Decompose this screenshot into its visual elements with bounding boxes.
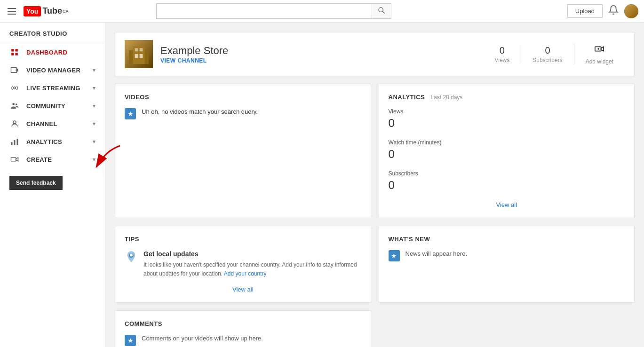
channel-stats: 0 Views 0 Subscribers <box>483 44 625 65</box>
sidebar-item-channel-label: CHANNEL <box>26 120 57 127</box>
comments-empty-message: Comments on your videos will show up her… <box>142 335 263 342</box>
svg-rect-15 <box>11 158 16 161</box>
analytics-watchtime-stat: Watch time (minutes) 0 <box>389 139 625 161</box>
analytics-subscribers-value: 0 <box>389 179 625 192</box>
views-label: Views <box>494 57 509 63</box>
news-star-icon: ★ <box>389 250 400 261</box>
view-channel-link[interactable]: VIEW CHANNEL <box>160 57 207 64</box>
analytics-view-all-link[interactable]: View all <box>389 201 625 208</box>
sidebar-item-analytics-label: ANALYTICS <box>26 138 62 145</box>
tip-title: Get local updates <box>143 250 361 258</box>
sidebar-item-video-manager[interactable]: VIDEO MANAGER ▾ <box>0 61 105 79</box>
comments-card: COMMENTS ★ Comments on your videos will … <box>115 310 371 347</box>
yt-icon: You <box>24 6 41 16</box>
search-input[interactable] <box>156 3 372 19</box>
svg-rect-4 <box>11 53 14 55</box>
sidebar-item-community-label: COMMUNITY <box>26 103 65 110</box>
sidebar-item-create-label: CREATE <box>26 156 52 163</box>
tips-header: Get local updates It looks like you have… <box>125 250 361 278</box>
sidebar-item-create[interactable]: CREATE ▾ <box>0 150 105 168</box>
channel-header: Example Store VIEW CHANNEL 0 Views 0 Sub… <box>115 32 635 76</box>
svg-marker-16 <box>16 158 18 161</box>
svg-rect-22 <box>135 48 138 52</box>
youtube-logo: You Tube CA <box>24 6 69 16</box>
add-widget-button[interactable]: Add widget <box>574 44 625 65</box>
comments-star-icon: ★ <box>125 335 136 346</box>
avatar[interactable] <box>624 4 638 18</box>
search-button[interactable] <box>372 3 391 19</box>
analytics-card: ANALYTICS Last 28 days Views 0 Watch tim… <box>379 84 635 218</box>
svg-point-9 <box>13 103 15 105</box>
chevron-down-icon: ▾ <box>93 139 95 145</box>
sidebar-item-live-streaming-label: LIVE STREAMING <box>26 85 80 92</box>
svg-rect-21 <box>140 54 143 58</box>
comments-empty-row: ★ Comments on your videos will show up h… <box>125 335 361 346</box>
logo-container[interactable]: You Tube CA <box>24 6 69 16</box>
views-stat: 0 Views <box>483 45 521 63</box>
create-icon <box>9 155 20 164</box>
svg-rect-20 <box>135 54 138 58</box>
analytics-subscribers-label: Subscribers <box>389 170 625 177</box>
tips-view-all-link[interactable]: View all <box>125 286 361 293</box>
channel-thumbnail <box>125 40 153 68</box>
search-bar <box>156 3 391 19</box>
svg-rect-13 <box>14 140 16 145</box>
sidebar-item-dashboard-label: DASHBOARD <box>26 49 67 56</box>
analytics-icon <box>9 137 20 146</box>
upload-button[interactable]: Upload <box>567 4 603 18</box>
community-icon <box>9 102 20 110</box>
search-icon <box>378 7 385 14</box>
notifications-bell-icon[interactable] <box>608 5 619 17</box>
tips-card-title: TIPS <box>125 236 361 243</box>
analytics-subscribers-stat: Subscribers 0 <box>389 170 625 192</box>
sidebar-item-channel[interactable]: CHANNEL ▾ <box>0 115 105 133</box>
add-country-link[interactable]: Add your country <box>224 270 267 277</box>
videos-empty-row: ★ Uh oh, no videos match your search que… <box>125 108 361 119</box>
svg-rect-2 <box>11 49 14 51</box>
videos-card: VIDEOS ★ Uh oh, no videos match your sea… <box>115 84 371 218</box>
svg-point-29 <box>130 254 133 257</box>
add-widget-label: Add widget <box>586 58 613 65</box>
videos-card-title: VIDEOS <box>125 94 361 101</box>
analytics-views-label: Views <box>389 108 625 115</box>
sidebar-item-dashboard[interactable]: DASHBOARD <box>0 43 105 61</box>
svg-rect-12 <box>11 142 13 145</box>
sidebar-item-live-streaming[interactable]: LIVE STREAMING ▾ <box>0 79 105 97</box>
chevron-down-icon: ▾ <box>93 85 95 91</box>
whats-new-card-title: WHAT'S NEW <box>389 236 625 243</box>
analytics-subtitle: Last 28 days <box>430 94 462 101</box>
whats-new-card: WHAT'S NEW ★ News will appear here. <box>379 226 635 303</box>
svg-rect-5 <box>16 53 18 55</box>
channel-info: Example Store VIEW CHANNEL <box>160 45 483 64</box>
add-widget-icon <box>594 44 604 56</box>
nav-left: You Tube CA <box>6 6 69 16</box>
channel-icon <box>9 119 20 128</box>
sidebar-item-community[interactable]: COMMUNITY ▾ <box>0 97 105 115</box>
main-layout: CREATOR STUDIO DASHBOARD VIDEO MANAGER ▾ <box>0 23 644 347</box>
logo-country: CA <box>63 9 69 14</box>
svg-marker-25 <box>601 47 604 51</box>
chevron-down-icon: ▾ <box>93 121 95 127</box>
dashboard-icon <box>9 48 20 56</box>
tip-text: It looks like you haven't specified your… <box>143 260 361 278</box>
star-icon: ★ <box>125 108 136 119</box>
svg-line-1 <box>382 11 385 14</box>
svg-rect-3 <box>16 49 18 51</box>
chevron-down-icon: ▾ <box>93 157 95 163</box>
svg-point-8 <box>14 87 16 89</box>
subscribers-stat: 0 Subscribers <box>521 45 573 63</box>
hamburger-menu[interactable] <box>6 6 18 16</box>
dashboard-grid: VIDEOS ★ Uh oh, no videos match your sea… <box>115 84 635 347</box>
top-nav: You Tube CA Upload <box>0 0 644 23</box>
analytics-card-title: ANALYTICS Last 28 days <box>389 94 625 101</box>
svg-point-11 <box>13 121 16 124</box>
sidebar-item-analytics[interactable]: ANALYTICS ▾ <box>0 133 105 150</box>
send-feedback-button[interactable]: Send feedback <box>9 176 63 190</box>
tips-content: Get local updates It looks like you have… <box>143 250 361 278</box>
chevron-down-icon: ▾ <box>93 67 95 73</box>
channel-thumb-image <box>125 40 153 68</box>
comments-card-title: COMMENTS <box>125 320 361 327</box>
creator-studio-label: CREATOR STUDIO <box>0 23 105 43</box>
whats-new-row: ★ News will appear here. <box>389 250 625 261</box>
subscribers-value: 0 <box>533 45 562 56</box>
